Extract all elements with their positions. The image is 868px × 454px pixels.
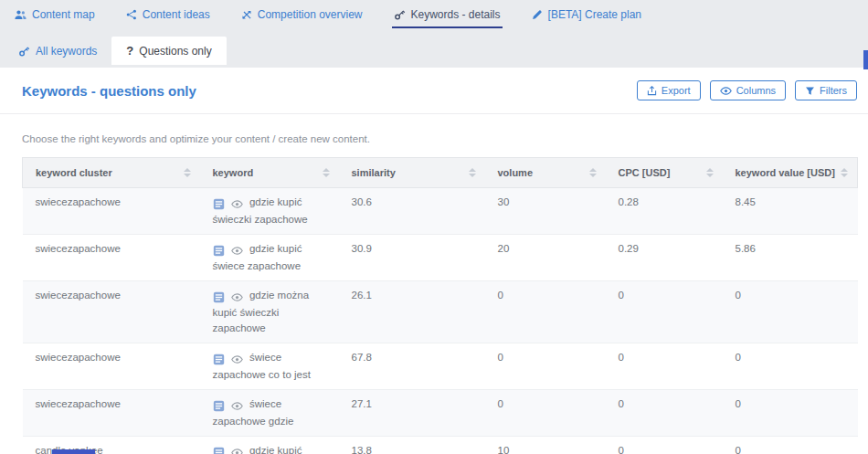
column-header-label: CPC [USD] bbox=[619, 167, 671, 178]
cell-keyword-cluster: swiecezapachowe bbox=[23, 343, 200, 390]
horizontal-scrollbar-thumb[interactable] bbox=[52, 449, 95, 454]
page-title: Keywords - questions only bbox=[22, 83, 196, 99]
table-header-row: keyword clusterkeywordsimilarityvolumeCP… bbox=[23, 158, 858, 188]
filters-button[interactable]: Filters bbox=[795, 80, 857, 100]
cell-cpc: 0.28 bbox=[606, 188, 723, 235]
sort-icon[interactable] bbox=[706, 168, 714, 177]
table-row: candle yankee gdzie kupić yankee candle … bbox=[23, 437, 858, 454]
cell-keyword: świece zapachowe co to jest bbox=[200, 343, 339, 390]
cell-keyword-cluster: swiecezapachowe bbox=[23, 281, 200, 343]
cell-keyword-value: 5.86 bbox=[723, 235, 858, 281]
cell-keyword-cluster: swiecezapachowe bbox=[23, 235, 200, 281]
keyword-eye-icon[interactable] bbox=[231, 445, 243, 454]
sort-icon[interactable] bbox=[841, 168, 848, 177]
filter-icon bbox=[805, 86, 815, 96]
table-row: swiecezapachowe gdzie można kupić świecz… bbox=[23, 281, 858, 343]
cell-volume: 30 bbox=[485, 188, 606, 235]
cell-similarity: 13.8 bbox=[339, 437, 485, 454]
keywords-table: keyword clusterkeywordsimilarityvolumeCP… bbox=[22, 157, 858, 454]
sort-icon[interactable] bbox=[589, 168, 597, 177]
table-row: swiecezapachowe gdzie kupić świece zapac… bbox=[23, 235, 858, 281]
column-header-cpc-usd[interactable]: CPC [USD] bbox=[606, 158, 723, 188]
keyword-eye-icon[interactable] bbox=[231, 196, 243, 212]
table-row: swiecezapachowe gdzie kupić świeczki zap… bbox=[23, 188, 858, 235]
cell-keyword: gdzie można kupić świeczki zapachowe bbox=[200, 281, 339, 343]
tab-keywords-details[interactable]: Keywords - details bbox=[392, 2, 503, 28]
column-header-keyword-value-usd[interactable]: keyword value [USD] bbox=[723, 158, 858, 188]
key-icon bbox=[18, 46, 30, 57]
cell-similarity: 26.1 bbox=[339, 281, 485, 343]
cell-volume: 10 bbox=[485, 437, 606, 454]
vertical-scrollbar-thumb[interactable] bbox=[863, 50, 868, 69]
pencil-icon bbox=[532, 9, 543, 20]
sort-icon[interactable] bbox=[184, 168, 191, 177]
main-tab-bar: Content mapContent ideasCompetition over… bbox=[0, 0, 868, 28]
tab-content-map[interactable]: Content map bbox=[13, 2, 97, 28]
sort-icon[interactable] bbox=[469, 168, 476, 177]
serp-preview-icon[interactable] bbox=[213, 398, 225, 414]
cell-keyword-value: 0 bbox=[723, 437, 858, 454]
serp-preview-icon[interactable] bbox=[213, 352, 225, 367]
cell-keyword-value: 8.45 bbox=[723, 188, 858, 235]
page-description: Choose the right keywords and optimize y… bbox=[0, 114, 868, 157]
keyword-text: gdzie kupić świece zapachowe bbox=[213, 243, 302, 271]
keyword-eye-icon[interactable] bbox=[231, 243, 243, 259]
export-button-label: Export bbox=[662, 85, 691, 96]
cell-cpc: 0 bbox=[606, 281, 723, 343]
cell-similarity: 67.8 bbox=[339, 343, 485, 390]
tab-all-keywords[interactable]: All keywords bbox=[4, 37, 111, 65]
users-icon bbox=[15, 9, 26, 20]
cell-keyword-value: 0 bbox=[723, 281, 858, 343]
export-button[interactable]: Export bbox=[637, 80, 701, 100]
keyword-eye-icon[interactable] bbox=[231, 398, 243, 414]
tab-beta-create-plan[interactable]: [BETA] Create plan bbox=[530, 2, 644, 28]
competition-icon bbox=[241, 9, 252, 20]
columns-button[interactable]: Columns bbox=[710, 80, 786, 100]
tab-label: Questions only bbox=[139, 45, 211, 58]
toolbar: Export Columns Filters bbox=[637, 80, 857, 100]
serp-preview-icon[interactable] bbox=[213, 445, 225, 454]
tab-label: All keywords bbox=[36, 45, 97, 58]
column-header-volume[interactable]: volume bbox=[485, 158, 606, 188]
tab-label: Keywords - details bbox=[411, 8, 501, 21]
tab-label: Content map bbox=[32, 8, 95, 21]
keyword-eye-icon[interactable] bbox=[231, 352, 243, 367]
cell-cpc: 0 bbox=[606, 437, 723, 454]
cell-cpc: 0.29 bbox=[606, 235, 723, 281]
column-header-keyword-cluster[interactable]: keyword cluster bbox=[23, 158, 200, 188]
keyword-text: gdzie można kupić świeczki zapachowe bbox=[213, 290, 310, 333]
tab-label: Content ideas bbox=[143, 8, 210, 21]
column-header-label: volume bbox=[498, 167, 534, 178]
export-icon bbox=[647, 86, 657, 96]
column-header-label: keyword cluster bbox=[36, 167, 112, 178]
cell-similarity: 30.9 bbox=[339, 235, 485, 281]
keyword-eye-icon[interactable] bbox=[231, 290, 243, 305]
cell-similarity: 27.1 bbox=[339, 390, 485, 437]
cell-keyword: gdzie kupić świeczki zapachowe bbox=[200, 188, 339, 235]
keyword-text: gdzie kupić yankee candle w warszawie bbox=[213, 445, 302, 454]
cell-volume: 0 bbox=[485, 281, 606, 343]
keyword-text: świece zapachowe gdzie bbox=[213, 398, 294, 427]
cell-keyword-cluster: swiecezapachowe bbox=[23, 188, 200, 235]
cell-cpc: 0 bbox=[606, 343, 723, 390]
keyword-text: gdzie kupić świeczki zapachowe bbox=[213, 196, 308, 225]
serp-preview-icon[interactable] bbox=[213, 290, 225, 305]
tab-competition-overview[interactable]: Competition overview bbox=[239, 2, 365, 28]
keyword-text: świece zapachowe co to jest bbox=[213, 352, 311, 380]
cell-keyword-value: 0 bbox=[723, 343, 858, 390]
serp-preview-icon[interactable] bbox=[213, 196, 225, 212]
cell-similarity: 30.6 bbox=[339, 188, 485, 235]
column-header-similarity[interactable]: similarity bbox=[339, 158, 485, 188]
tab-questions-only[interactable]: ?Questions only bbox=[111, 37, 226, 65]
cell-keyword: gdzie kupić świece zapachowe bbox=[200, 235, 339, 281]
card-header: Keywords - questions only Export Columns… bbox=[0, 68, 868, 114]
table-row: swiecezapachowe świece zapachowe gdzie 2… bbox=[23, 390, 858, 437]
cell-keyword: gdzie kupić yankee candle w warszawie bbox=[200, 437, 339, 454]
serp-preview-icon[interactable] bbox=[213, 243, 225, 259]
tab-content-ideas[interactable]: Content ideas bbox=[124, 2, 212, 28]
cell-keyword-value: 0 bbox=[723, 390, 858, 437]
sort-icon[interactable] bbox=[323, 168, 330, 177]
column-header-keyword[interactable]: keyword bbox=[200, 158, 339, 188]
share-icon bbox=[126, 9, 137, 20]
tab-label: Competition overview bbox=[258, 8, 363, 21]
